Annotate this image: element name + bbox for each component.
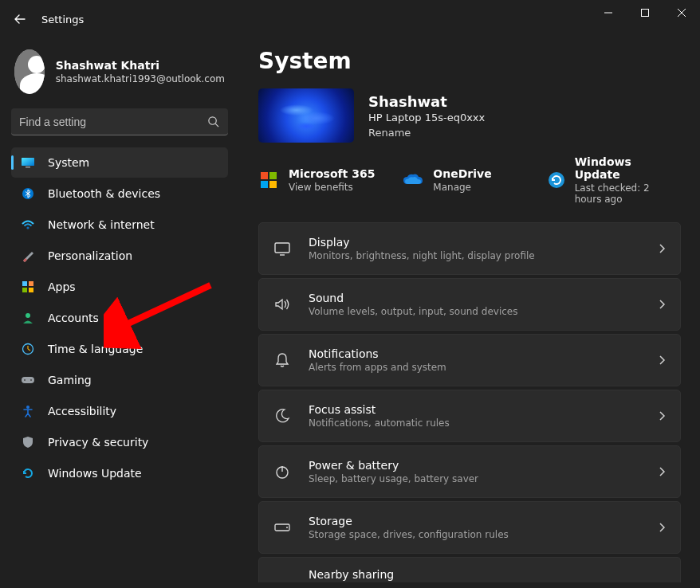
- user-email: shashwat.khatri1993@outlook.com: [56, 73, 225, 84]
- card-sub: Notifications, automatic rules: [309, 417, 640, 429]
- chevron-right-icon: [658, 355, 666, 366]
- minimize-button[interactable]: [590, 0, 627, 25]
- window-controls: [590, 0, 700, 25]
- power-icon: [273, 463, 291, 480]
- update-sync-icon: [548, 170, 565, 190]
- settings-cards: Display Monitors, brightness, night ligh…: [258, 222, 681, 582]
- service-title: Windows Update: [575, 155, 673, 181]
- sidebar-item-network[interactable]: Network & internet: [11, 210, 228, 240]
- update-icon: [21, 466, 35, 480]
- sidebar-item-gaming[interactable]: Gaming: [11, 365, 228, 395]
- svg-point-6: [26, 226, 29, 229]
- svg-point-15: [30, 379, 32, 381]
- svg-rect-19: [261, 181, 268, 188]
- card-title: Display: [309, 236, 640, 249]
- gamepad-icon: [21, 373, 35, 387]
- storage-icon: [273, 519, 291, 536]
- search-box[interactable]: [11, 108, 228, 135]
- sidebar-item-personalization[interactable]: Personalization: [11, 241, 228, 271]
- wifi-icon: [21, 218, 35, 232]
- card-sound[interactable]: Sound Volume levels, output, input, soun…: [258, 278, 681, 331]
- user-block[interactable]: Shashwat Khatri shashwat.khatri1993@outl…: [11, 45, 228, 108]
- device-thumbnail: [258, 88, 354, 143]
- sound-icon: [273, 296, 291, 313]
- card-title: Storage: [309, 515, 640, 527]
- device-model: HP Laptop 15s-eq0xxx: [368, 112, 485, 123]
- share-icon: [273, 561, 291, 578]
- svg-point-1: [209, 116, 216, 123]
- service-sub: Manage: [433, 182, 491, 193]
- sidebar-item-label: Accounts: [48, 312, 99, 324]
- ms365-icon: [258, 170, 279, 190]
- close-button[interactable]: [663, 0, 700, 25]
- card-nearby-sharing[interactable]: Nearby sharing: [258, 557, 681, 582]
- card-title: Nearby sharing: [309, 568, 648, 581]
- svg-rect-7: [22, 281, 27, 286]
- card-storage[interactable]: Storage Storage space, drives, configura…: [258, 501, 681, 554]
- rename-link[interactable]: Rename: [368, 127, 485, 139]
- sidebar-item-accessibility[interactable]: Accessibility: [11, 396, 228, 426]
- sidebar-item-label: Bluetooth & devices: [48, 187, 160, 200]
- card-focus-assist[interactable]: Focus assist Notifications, automatic ru…: [258, 390, 681, 442]
- card-sub: Alerts from apps and system: [309, 362, 640, 373]
- service-microsoft365[interactable]: Microsoft 365 View benefits: [258, 155, 391, 205]
- accessibility-icon: [21, 404, 35, 418]
- device-name: Shashwat: [368, 93, 485, 110]
- moon-icon: [273, 407, 291, 425]
- sidebar-item-accounts[interactable]: Accounts: [11, 303, 228, 333]
- card-display[interactable]: Display Monitors, brightness, night ligh…: [258, 222, 681, 275]
- service-title: OneDrive: [433, 167, 491, 180]
- person-icon: [21, 311, 35, 325]
- card-title: Notifications: [309, 347, 640, 360]
- clock-globe-icon: [21, 342, 35, 356]
- window-title: Settings: [41, 14, 84, 25]
- user-name: Shashwat Khatri: [56, 59, 225, 72]
- chevron-right-icon: [658, 522, 666, 533]
- svg-point-11: [26, 313, 30, 318]
- svg-rect-9: [22, 288, 27, 292]
- avatar: [14, 49, 45, 94]
- svg-rect-0: [642, 10, 649, 17]
- card-notifications[interactable]: Notifications Alerts from apps and syste…: [258, 334, 681, 386]
- card-title: Focus assist: [309, 403, 640, 416]
- chevron-right-icon: [658, 410, 666, 421]
- sidebar-item-system[interactable]: System: [11, 147, 228, 178]
- service-sub: View benefits: [289, 182, 375, 193]
- sidebar-item-label: Time & language: [48, 343, 143, 355]
- card-title: Sound: [309, 292, 640, 304]
- search-icon: [207, 116, 220, 128]
- sidebar-item-label: Gaming: [48, 374, 92, 386]
- sidebar-item-label: Windows Update: [48, 467, 142, 480]
- svg-point-25: [286, 527, 288, 528]
- sidebar-item-time-language[interactable]: Time & language: [11, 334, 228, 364]
- sidebar-item-privacy[interactable]: Privacy & security: [11, 427, 228, 457]
- card-sub: Monitors, brightness, night light, displ…: [309, 250, 640, 261]
- card-title: Power & battery: [309, 459, 640, 472]
- sidebar-item-windows-update[interactable]: Windows Update: [11, 458, 228, 488]
- svg-rect-8: [29, 281, 33, 286]
- svg-rect-17: [261, 172, 268, 179]
- sidebar: Shashwat Khatri shashwat.khatri1993@outl…: [0, 38, 239, 588]
- sidebar-item-bluetooth[interactable]: Bluetooth & devices: [11, 178, 228, 209]
- maximize-icon: [641, 9, 649, 17]
- nav-list: System Bluetooth & devices Network & int…: [11, 147, 228, 489]
- back-button[interactable]: [6, 6, 33, 33]
- sidebar-item-label: System: [48, 156, 89, 169]
- onedrive-icon: [403, 170, 423, 190]
- svg-point-21: [549, 172, 564, 188]
- svg-rect-10: [29, 288, 33, 292]
- svg-rect-20: [269, 181, 277, 188]
- service-windows-update[interactable]: Windows Update Last checked: 2 hours ago: [548, 155, 681, 205]
- svg-point-14: [24, 379, 26, 381]
- apps-icon: [21, 280, 35, 294]
- back-arrow-icon: [14, 13, 26, 25]
- card-power-battery[interactable]: Power & battery Sleep, battery usage, ba…: [258, 445, 681, 498]
- sidebar-item-apps[interactable]: Apps: [11, 272, 228, 302]
- search-input[interactable]: [19, 116, 207, 128]
- service-row: Microsoft 365 View benefits OneDrive Man…: [258, 155, 681, 205]
- service-title: Microsoft 365: [289, 167, 375, 180]
- monitor-icon: [21, 155, 35, 170]
- card-sub: Storage space, drives, configuration rul…: [309, 529, 640, 540]
- service-onedrive[interactable]: OneDrive Manage: [403, 155, 536, 205]
- maximize-button[interactable]: [627, 0, 663, 25]
